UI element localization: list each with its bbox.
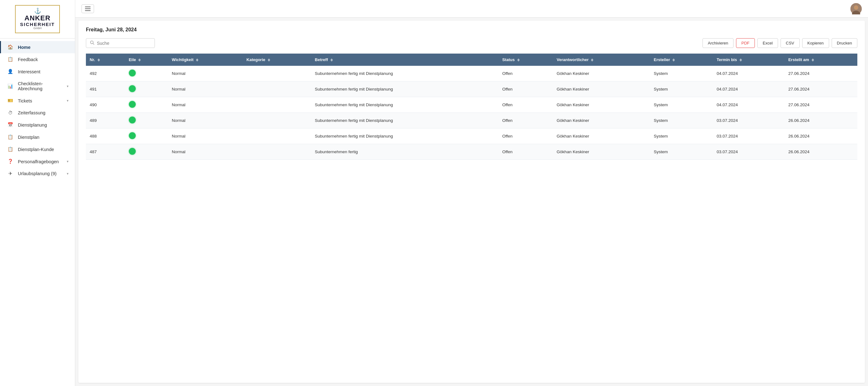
table-row[interactable]: 488NormalSubunternehmen fertig mit Diens… [86,128,857,144]
svg-line-4 [93,43,94,45]
table-body: 492NormalSubunternehmen fertig mit Diens… [86,66,857,160]
cell-ersteller: System [650,97,713,113]
table-row[interactable]: 489NormalSubunternehmen fertig mit Diens… [86,113,857,128]
cell-nr: 491 [86,82,125,97]
sidebar-item-label-personalfragebogen: Personalfragebogen [18,159,59,164]
sort-icon-ersteller [672,59,675,61]
col-header-termin_bis[interactable]: Termin bis [713,54,785,66]
cell-kategorie [243,128,311,144]
cell-eile [125,113,168,128]
sidebar-item-feedback[interactable]: 📋 Feedback [0,53,75,65]
excel-button[interactable]: Excel [757,38,778,48]
user-avatar[interactable] [850,3,862,14]
cell-verantwortlicher: Gökhan Keskiner [553,97,650,113]
cell-betreff: Subunternehmen fertig [311,144,498,160]
cell-kategorie [243,82,311,97]
sort-icon-status [517,59,520,61]
topbar [75,0,868,18]
sort-icon-betreff [331,59,333,61]
chevron-icon-checklisten-abrechnung: ▾ [67,84,69,88]
cell-verantwortlicher: Gökhan Keskiner [553,128,650,144]
col-header-status[interactable]: Status [498,54,553,66]
nav-icon-dienstplan-kunde: 📋 [7,147,13,152]
sidebar-item-checklisten-abrechnung[interactable]: 📊 Checklisten-Abrechnung ▾ [0,78,75,95]
hamburger-line-1 [85,7,91,7]
nav-icon-tickets: 🎫 [7,98,13,103]
sidebar-item-label-feedback: Feedback [18,57,38,62]
pdf-button[interactable]: PDF [736,38,755,48]
sort-icon-kategorie [268,59,270,61]
cell-eile [125,97,168,113]
cell-termin_bis: 04.07.2024 [713,97,785,113]
col-header-erstellt_am[interactable]: Erstellt am [785,54,857,66]
nav-icon-dienstplanung: 📅 [7,122,13,128]
sort-icon-verantwortlicher [591,59,593,61]
col-header-ersteller[interactable]: Ersteller [650,54,713,66]
table-row[interactable]: 492NormalSubunternehmen fertig mit Diens… [86,66,857,82]
table-row[interactable]: 491NormalSubunternehmen fertig mit Diens… [86,82,857,97]
sort-icon-nr [97,59,100,61]
col-header-kategorie[interactable]: Kategorie [243,54,311,66]
nav-icon-home: 🏠 [7,44,13,50]
search-input[interactable] [97,41,151,46]
logo-top: ANKER [20,14,55,22]
cell-kategorie [243,97,311,113]
cell-eile [125,144,168,160]
table-row[interactable]: 490NormalSubunternehmen fertig mit Diens… [86,97,857,113]
sidebar-item-interessent[interactable]: 👤 Interessent [0,65,75,78]
sidebar-item-dienstplanung[interactable]: 📅 Dienstplanung [0,119,75,131]
chevron-icon-personalfragebogen: ▾ [67,159,69,164]
sidebar-item-dienstplan[interactable]: 📋 Dienstplan [0,131,75,143]
cell-ersteller: System [650,113,713,128]
cell-wichtigkeit: Normal [168,128,243,144]
archivieren-button[interactable]: Archivieren [703,38,734,48]
col-header-verantwortlicher[interactable]: Verantwortlicher [553,54,650,66]
sidebar-item-personalfragebogen[interactable]: ❓ Personalfragebogen ▾ [0,155,75,168]
cell-nr: 490 [86,97,125,113]
sidebar: ⚓ ANKER SICHERHEIT GmbH 🏠 Home 📋 Feedbac… [0,0,75,386]
drucken-button[interactable]: Drucken [832,38,857,48]
kopieren-button[interactable]: Kopieren [802,38,829,48]
hamburger-button[interactable] [82,4,94,13]
cell-status: Offen [498,128,553,144]
sort-icon-wichtigkeit [196,59,198,61]
header-row: Nr. Eile Wichtigkeit Kategorie Betreff S… [86,54,857,66]
cell-verantwortlicher: Gökhan Keskiner [553,82,650,97]
col-header-wichtigkeit[interactable]: Wichtigkeit [168,54,243,66]
cell-nr: 488 [86,128,125,144]
cell-status: Offen [498,82,553,97]
content-area: Freitag, Juni 28, 2024 Archivieren PDF E… [79,21,865,383]
table-row[interactable]: 487NormalSubunternehmen fertigOffenGökha… [86,144,857,160]
search-box[interactable] [86,38,155,48]
avatar-image [850,3,862,14]
nav-icon-urlaubsplanung: ✈ [7,171,13,176]
sidebar-item-tickets[interactable]: 🎫 Tickets ▾ [0,95,75,107]
sort-icon-eile [138,59,141,61]
sidebar-item-home[interactable]: 🏠 Home [0,41,75,53]
cell-termin_bis: 04.07.2024 [713,82,785,97]
sidebar-item-label-tickets: Tickets [18,98,32,103]
cell-ersteller: System [650,128,713,144]
cell-erstellt_am: 27.06.2024 [785,82,857,97]
cell-wichtigkeit: Normal [168,66,243,82]
hamburger-line-3 [85,10,91,11]
eile-dot [129,117,136,123]
sort-icon-erstellt_am [812,59,814,61]
col-header-betreff[interactable]: Betreff [311,54,498,66]
table-header: Nr. Eile Wichtigkeit Kategorie Betreff S… [86,54,857,66]
sidebar-item-dienstplan-kunde[interactable]: 📋 Dienstplan-Kunde [0,143,75,155]
cell-status: Offen [498,97,553,113]
sidebar-item-zeiterfassung[interactable]: ⏱ Zeiterfassung [0,107,75,119]
cell-verantwortlicher: Gökhan Keskiner [553,144,650,160]
csv-button[interactable]: CSV [780,38,800,48]
col-header-eile[interactable]: Eile [125,54,168,66]
col-header-nr[interactable]: Nr. [86,54,125,66]
cell-verantwortlicher: Gökhan Keskiner [553,113,650,128]
sidebar-item-urlaubsplanung[interactable]: ✈ Urlaubsplanung (9) ▾ [0,168,75,180]
sidebar-nav: 🏠 Home 📋 Feedback 👤 Interessent 📊 Checkl… [0,38,75,386]
cell-kategorie [243,113,311,128]
sidebar-item-label-zeiterfassung: Zeiterfassung [18,110,45,115]
cell-wichtigkeit: Normal [168,82,243,97]
logo: ⚓ ANKER SICHERHEIT GmbH [15,5,60,33]
nav-icon-checklisten-abrechnung: 📊 [7,84,13,89]
